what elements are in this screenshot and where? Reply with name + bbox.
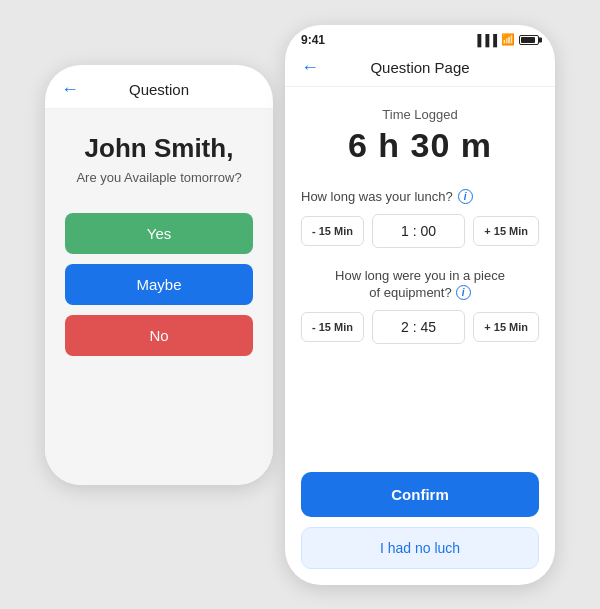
battery-icon (519, 35, 539, 45)
status-time: 9:41 (301, 33, 325, 47)
right-back-arrow[interactable]: ← (301, 57, 319, 78)
right-phone: 9:41 ▐▐▐ 📶 ← Question Page Time Logged 6… (285, 25, 555, 585)
right-phone-title: Question Page (301, 59, 539, 76)
greeting-sub: Are you Availaple tomorrow? (76, 170, 241, 185)
question-1-label: How long was your lunch? i (301, 189, 539, 204)
greeting-name: John Smith, (85, 133, 234, 164)
left-phone: ← Question John Smith, Are you Availaple… (45, 65, 273, 485)
yes-button[interactable]: Yes (65, 213, 253, 254)
status-bar: 9:41 ▐▐▐ 📶 (285, 25, 555, 51)
wifi-icon: 📶 (501, 33, 515, 46)
q2-value: 2 : 45 (372, 310, 465, 344)
left-phone-body: John Smith, Are you Availaple tomorrow? … (45, 109, 273, 485)
bottom-buttons: Confirm I had no luch (285, 462, 555, 585)
signal-icon: ▐▐▐ (474, 34, 497, 46)
question-2-control: - 15 Min 2 : 45 + 15 Min (301, 310, 539, 344)
no-lunch-button[interactable]: I had no luch (301, 527, 539, 569)
question-2-label: How long were you in a piece of equipmen… (301, 268, 539, 300)
status-icons: ▐▐▐ 📶 (474, 33, 539, 46)
q1-minus-button[interactable]: - 15 Min (301, 216, 364, 246)
maybe-button[interactable]: Maybe (65, 264, 253, 305)
question-1-control: - 15 Min 1 : 00 + 15 Min (301, 214, 539, 248)
right-phone-header: ← Question Page (285, 51, 555, 87)
q1-plus-button[interactable]: + 15 Min (473, 216, 539, 246)
scene: ← Question John Smith, Are you Availaple… (25, 5, 575, 605)
q2-minus-button[interactable]: - 15 Min (301, 312, 364, 342)
time-logged-label: Time Logged (301, 107, 539, 122)
left-phone-title: Question (61, 81, 257, 98)
q1-value: 1 : 00 (372, 214, 465, 248)
time-logged-value: 6 h 30 m (301, 126, 539, 165)
right-phone-body: Time Logged 6 h 30 m How long was your l… (285, 87, 555, 462)
no-button[interactable]: No (65, 315, 253, 356)
question-2-info-icon[interactable]: i (456, 285, 471, 300)
left-back-arrow[interactable]: ← (61, 79, 79, 100)
left-phone-header: ← Question (45, 65, 273, 109)
q2-plus-button[interactable]: + 15 Min (473, 312, 539, 342)
question-1-info-icon[interactable]: i (458, 189, 473, 204)
confirm-button[interactable]: Confirm (301, 472, 539, 517)
